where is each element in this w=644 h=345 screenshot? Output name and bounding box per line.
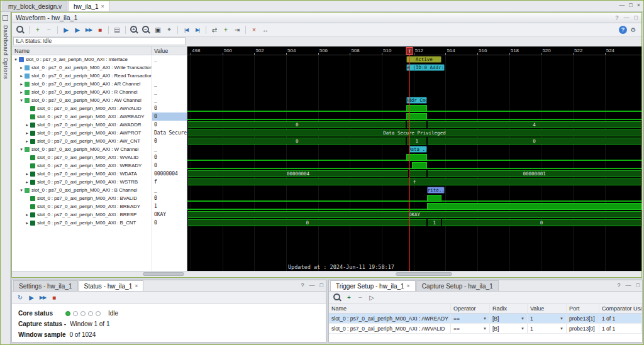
expand-icon[interactable]: ▸	[25, 131, 30, 136]
expand-icon[interactable]: ▸	[19, 90, 24, 95]
help-icon[interactable]: ?	[618, 282, 621, 288]
add-probe-icon[interactable]: +	[344, 293, 354, 303]
document-tab[interactable]: hw_ila_1×	[68, 1, 110, 11]
tree-horizontal-scrollbar[interactable]	[143, 272, 184, 276]
waveform-panel-header[interactable]: Waveform - hw_ila_1 ?—□	[12, 13, 641, 23]
signal-row[interactable]: slot_0 : ps7_0_axi_periph_M00_AXI : BVAL…	[12, 194, 187, 202]
close-tab-icon[interactable]: ×	[101, 3, 104, 9]
signal-row[interactable]: ▸slot_0 : ps7_0_axi_periph_M00_AXI : WST…	[12, 178, 187, 186]
document-tab[interactable]: my_block_design.v	[3, 1, 67, 11]
expand-icon[interactable]: ▸	[25, 180, 30, 185]
run-trigger-immediate-icon[interactable]: ▶▶	[84, 25, 94, 35]
signal-row[interactable]: ▾slot_0 : ps7_0_axi_periph_M00_AXI : Int…	[12, 55, 187, 63]
signal-row[interactable]: ▸slot_0 : ps7_0_axi_periph_M00_AXI : AWA…	[12, 121, 187, 129]
trigger-marker[interactable]: T	[406, 47, 413, 55]
float-panel-icon[interactable]: □	[635, 14, 638, 21]
trigger-cursor-line[interactable]	[409, 55, 410, 271]
signal-row[interactable]: ▸slot_0 : ps7_0_axi_periph_M00_AXI : BRE…	[12, 211, 187, 219]
trigger-column-header[interactable]: Port	[567, 304, 599, 313]
remove-icon[interactable]: −	[44, 25, 54, 35]
value-column-header[interactable]: Value	[152, 48, 168, 54]
expand-icon[interactable]: ▸	[25, 212, 30, 217]
trigger-column-header[interactable]: Comparator Usage	[599, 304, 642, 313]
dropdown-caret-icon[interactable]: ▼	[483, 317, 487, 320]
signal-row[interactable]: ▸slot_0 : ps7_0_axi_periph_M00_AXI : B_C…	[12, 219, 187, 227]
trigger-radix-dropdown[interactable]: [B]▼	[490, 314, 528, 323]
next-transition-icon[interactable]: ▶|	[192, 25, 203, 35]
dashboard-options-strip[interactable]: Dashboard Options	[1, 12, 11, 344]
minimize-panel-icon[interactable]: —	[626, 282, 631, 288]
remove-probe-icon[interactable]: −	[355, 293, 365, 303]
help-icon[interactable]: ?	[301, 282, 304, 288]
name-column-header[interactable]: Name	[12, 47, 152, 55]
collapse-icon[interactable]: ▾	[19, 188, 24, 193]
trigger-column-header[interactable]: Operator	[451, 304, 490, 313]
import-probe-icon[interactable]: ▷	[367, 293, 377, 303]
zoom-to-cursor-icon[interactable]: ⌖	[164, 25, 174, 35]
close-window-icon[interactable]: ×	[637, 2, 640, 8]
signal-row[interactable]: ▾slot_0 : ps7_0_axi_periph_M00_AXI : AW …	[12, 96, 187, 104]
wave-horizontal-scrollbar[interactable]	[396, 272, 452, 276]
zoom-in-icon[interactable]: +	[130, 26, 137, 33]
search-icon[interactable]	[16, 26, 23, 33]
delete-marker-icon[interactable]: ×	[249, 25, 259, 35]
expand-icon[interactable]: ▸	[19, 82, 24, 87]
signal-row[interactable]: slot_0 : ps7_0_axi_periph_M00_AXI : BREA…	[12, 202, 187, 211]
expand-icon[interactable]: ▸	[19, 65, 24, 70]
settings-gear-icon[interactable]: ⚙	[628, 25, 638, 35]
run-trigger-step-icon[interactable]: ▶	[61, 25, 71, 35]
trigger-value-dropdown[interactable]: 1▼	[528, 314, 567, 323]
trigger-column-header[interactable]: Value	[528, 304, 567, 313]
dropdown-caret-icon[interactable]: ▼	[560, 317, 564, 320]
goto-time-icon[interactable]: ⇥	[232, 25, 242, 35]
collapse-icon[interactable]: ▾	[13, 57, 18, 62]
trigger-operator-dropdown[interactable]: ==▼	[451, 314, 490, 323]
add-icon[interactable]: +	[33, 25, 43, 35]
help-icon[interactable]: ?	[616, 14, 619, 21]
float-panel-icon[interactable]: □	[636, 282, 640, 288]
help-icon[interactable]: ?	[619, 26, 627, 34]
minimize-panel-icon[interactable]: —	[309, 282, 315, 288]
signal-row[interactable]: slot_0 : ps7_0_axi_periph_M00_AXI : WREA…	[12, 162, 187, 170]
add-marker-icon[interactable]: +	[221, 25, 231, 35]
trigger-column-header[interactable]: Radix	[490, 304, 528, 313]
zoom-fit-icon[interactable]: ▣	[153, 25, 163, 35]
minimize-window-icon[interactable]: —	[619, 2, 625, 8]
swap-cursors-icon[interactable]: ⇄	[209, 25, 219, 35]
stop-trigger-icon[interactable]: ■	[95, 25, 105, 35]
expand-icon[interactable]: ▸	[25, 221, 30, 226]
run-trigger-icon[interactable]: ▶	[26, 293, 36, 303]
expand-icon[interactable]: ▸	[19, 74, 24, 79]
expand-icon[interactable]: ▸	[25, 139, 30, 144]
zoom-out-icon[interactable]: −	[142, 26, 149, 33]
trigger-probe-row[interactable]: slot_0 : ps7_0_axi_periph_M00_AXI : AWRE…	[329, 314, 642, 324]
signal-row[interactable]: ▸slot_0 : ps7_0_axi_periph_M00_AXI : R C…	[12, 88, 187, 96]
stop-trigger-icon[interactable]: ■	[49, 293, 59, 303]
export-data-icon[interactable]: ▤	[112, 25, 122, 35]
signal-row[interactable]: slot_0 : ps7_0_axi_periph_M00_AXI : AWVA…	[12, 104, 187, 112]
status-tab[interactable]: Status - hw_ila_1×	[79, 280, 144, 291]
run-trigger-immediate-icon[interactable]: ▶▶	[38, 293, 48, 303]
dropdown-caret-icon[interactable]: ▼	[483, 327, 487, 331]
float-panel-icon[interactable]: □	[320, 282, 323, 288]
signal-row[interactable]: ▸slot_0 : ps7_0_axi_periph_M00_AXI : Rea…	[12, 72, 187, 80]
expand-icon[interactable]: ▸	[25, 172, 30, 177]
trigger-value-dropdown[interactable]: 1▼	[528, 324, 567, 333]
search-icon[interactable]	[333, 293, 340, 300]
minimize-panel-icon[interactable]: —	[624, 14, 630, 21]
signal-row[interactable]: ▸slot_0 : ps7_0_axi_periph_M00_AXI : AWP…	[12, 129, 187, 137]
signal-row[interactable]: slot_0 : ps7_0_axi_periph_M00_AXI : AWRE…	[12, 112, 187, 121]
collapse-icon[interactable]: ▾	[19, 147, 24, 152]
signal-row[interactable]: slot_0 : ps7_0_axi_periph_M00_AXI : WVAL…	[12, 153, 187, 162]
trigger-tab[interactable]: Capture Setup - hw_ila_1	[416, 280, 499, 291]
signal-row[interactable]: ▸slot_0 : ps7_0_axi_periph_M00_AXI : WDA…	[12, 170, 187, 178]
collapse-icon[interactable]: ▾	[19, 98, 24, 103]
column-divider[interactable]	[152, 55, 152, 271]
trigger-radix-dropdown[interactable]: [B]▼	[490, 324, 528, 333]
trigger-column-header[interactable]: Name	[329, 304, 451, 313]
signal-row[interactable]: ▸slot_0 : ps7_0_axi_periph_M00_AXI : AW_…	[12, 137, 187, 145]
dropdown-caret-icon[interactable]: ▼	[521, 317, 525, 320]
signal-row[interactable]: ▸slot_0 : ps7_0_axi_periph_M00_AXI : Wri…	[12, 63, 187, 72]
refresh-status-icon[interactable]: ↻	[15, 293, 25, 303]
expand-icon[interactable]: ▸	[25, 123, 30, 128]
